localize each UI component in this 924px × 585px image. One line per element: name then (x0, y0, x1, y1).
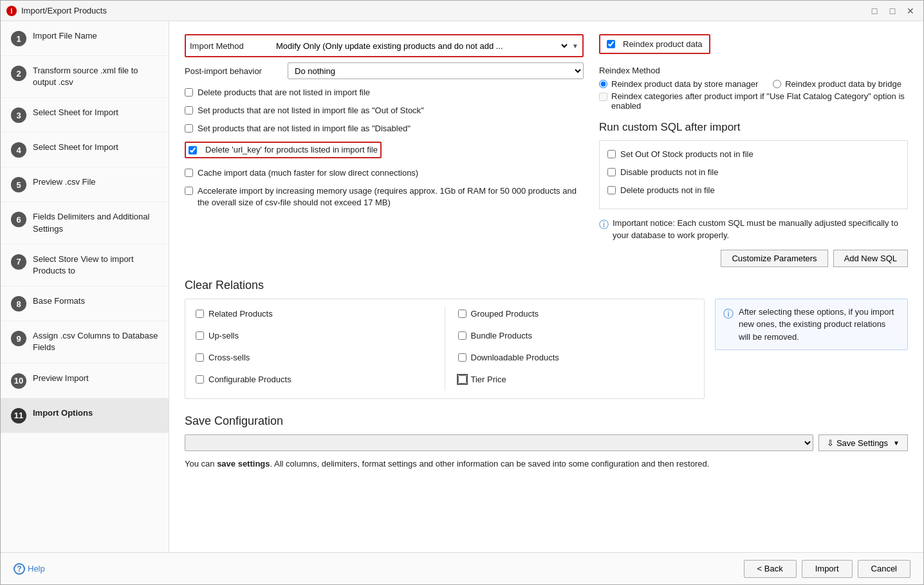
sidebar-item-6[interactable]: 6 Fields Delimiters and Additional Setti… (1, 202, 169, 244)
delete-url-key-label: Delete 'url_key' for products listed in … (205, 144, 378, 156)
delete-url-key-row: Delete 'url_key' for products listed in … (185, 140, 584, 160)
cache-import-label: Cache import data (much faster for slow … (198, 167, 418, 179)
save-settings-dropdown-icon: ▼ (893, 440, 900, 447)
configurable-products-row: Configurable Products (196, 373, 432, 387)
help-link[interactable]: Help (28, 564, 45, 573)
clear-relations-title: Clear Relations (185, 279, 908, 292)
downloadable-products-row: Downloadable Products (458, 351, 694, 365)
sidebar-label-9: Assign .csv Columns to Database Fields (33, 330, 158, 353)
reindex-method-label: Reindex Method (599, 66, 908, 75)
sql-btn-row: Customize Parameters Add New SQL (599, 250, 908, 267)
set-disabled-row: Set products that are not listed in impo… (185, 122, 584, 136)
sql-out-of-stock-checkbox[interactable] (607, 150, 616, 158)
step-num-2: 2 (11, 66, 26, 81)
cache-import-checkbox[interactable] (185, 169, 193, 177)
save-notice-rest: . All columns, delimiters, format settin… (270, 459, 710, 469)
import-method-label: Import Method (190, 41, 273, 51)
configurable-products-checkbox[interactable] (196, 375, 204, 384)
accelerate-import-label: Accelerate import by increasing memory u… (198, 185, 584, 209)
cross-sells-checkbox[interactable] (196, 353, 204, 362)
checkboxes-group2: Cache import data (much faster for slow … (185, 166, 584, 210)
sidebar-item-1[interactable]: 1 Import File Name (1, 21, 169, 56)
import-method-select[interactable]: Modify Only (Only update existing produc… (273, 38, 569, 53)
sidebar-item-9[interactable]: 9 Assign .csv Columns to Database Fields (1, 321, 169, 363)
sidebar-item-2[interactable]: 2 Transform source .xml file to output .… (1, 56, 169, 98)
app-window: I Import/Export Products □ □ ✕ 1 Import … (0, 0, 924, 585)
delete-not-listed-row: Delete products that are not listed in i… (185, 86, 584, 100)
sql-disable-row: Disable products not in file (607, 165, 900, 180)
step-num-7: 7 (11, 254, 26, 270)
sidebar-item-4[interactable]: 4 Select Sheet for Import (1, 133, 169, 167)
clear-relations-col1: Related Products Up-sells Cross-sells (196, 307, 432, 391)
sql-delete-checkbox[interactable] (607, 186, 616, 194)
sidebar-item-5[interactable]: 5 Preview .csv File (1, 167, 169, 202)
checkboxes-group1: Delete products that are not listed in i… (185, 86, 584, 160)
step-num-6: 6 (11, 212, 26, 227)
flat-catalog-row: Reindex categories after product import … (599, 91, 908, 111)
tier-price-label: Tier Price (471, 374, 506, 385)
sidebar-label-10: Preview Import (33, 373, 89, 384)
notice-icon: ⓘ (599, 218, 609, 232)
step-num-5: 5 (11, 177, 26, 192)
close-button[interactable]: ✕ (903, 3, 918, 19)
set-out-of-stock-checkbox[interactable] (185, 106, 193, 115)
step-num-8: 8 (11, 296, 26, 311)
tier-price-checkbox[interactable] (458, 375, 467, 384)
save-configuration-title: Save Configuration (185, 414, 908, 428)
delete-url-key-checkbox[interactable] (189, 146, 197, 154)
sidebar-label-2: Transform source .xml file to output .cs… (33, 65, 158, 88)
reindex-by-bridge-radio[interactable] (773, 80, 781, 88)
sidebar-item-10[interactable]: 10 Preview Import (1, 364, 169, 398)
post-import-select[interactable]: Do nothing Reindex Clear Cache (288, 62, 584, 79)
save-config-select[interactable] (185, 434, 813, 451)
sidebar-item-8[interactable]: 8 Base Formats (1, 286, 169, 321)
clear-relations-row: Related Products Up-sells Cross-sells (185, 299, 908, 400)
back-button[interactable]: < Back (744, 560, 797, 578)
cross-sells-row: Cross-sells (196, 351, 432, 365)
set-disabled-checkbox[interactable] (185, 124, 193, 133)
save-settings-button[interactable]: ⇩ Save Settings ▼ (818, 434, 908, 451)
grouped-products-checkbox[interactable] (458, 310, 467, 318)
save-notice-bold: save settings (217, 459, 270, 469)
window-controls: □ □ ✕ (867, 3, 918, 19)
save-notice: You can save settings. All columns, deli… (185, 458, 908, 470)
flat-catalog-checkbox[interactable] (599, 93, 607, 101)
sidebar-item-11[interactable]: 11 Import Options (1, 398, 169, 433)
maximize-button[interactable]: □ (885, 3, 900, 19)
sql-delete-label: Delete products not in file (620, 185, 715, 196)
help-circle-icon: ? (14, 563, 25, 575)
reindex-checkbox[interactable] (607, 40, 615, 48)
bundle-products-checkbox[interactable] (458, 331, 467, 340)
reindex-by-store-radio[interactable] (599, 80, 607, 88)
accelerate-import-checkbox[interactable] (185, 187, 193, 195)
cancel-button[interactable]: Cancel (858, 560, 910, 578)
import-button[interactable]: Import (802, 560, 853, 578)
post-import-control: Do nothing Reindex Clear Cache (288, 62, 584, 79)
sql-out-of-stock-label: Set Out Of Stock products not in file (620, 149, 753, 160)
set-out-of-stock-label: Set products that are not listed in impo… (198, 105, 424, 116)
sidebar-item-7[interactable]: 7 Select Store View to import Products t… (1, 245, 169, 286)
bundle-products-label: Bundle Products (471, 330, 532, 342)
bundle-products-row: Bundle Products (458, 329, 694, 343)
sidebar-label-5: Preview .csv File (33, 176, 96, 188)
sql-disable-checkbox[interactable] (607, 168, 616, 176)
clear-relations-box: Related Products Up-sells Cross-sells (185, 299, 705, 400)
step-num-10: 10 (11, 373, 26, 389)
content-area: Import Method Modify Only (Only update e… (169, 21, 923, 552)
step-num-4: 4 (11, 142, 26, 158)
save-configuration-section: Save Configuration ⇩ Save Settings ▼ You… (185, 414, 908, 470)
add-new-sql-button[interactable]: Add New SQL (833, 250, 908, 267)
related-products-checkbox[interactable] (196, 310, 204, 318)
sidebar-item-3[interactable]: 3 Select Sheet for Import (1, 98, 169, 133)
flat-catalog-label: Reindex categories after product import … (611, 91, 908, 111)
sidebar: 1 Import File Name 2 Transform source .x… (1, 21, 169, 552)
up-sells-checkbox[interactable] (196, 331, 204, 340)
delete-not-listed-checkbox[interactable] (185, 88, 193, 97)
title-bar: I Import/Export Products □ □ ✕ (1, 1, 923, 21)
downloadable-products-checkbox[interactable] (458, 353, 467, 362)
set-disabled-label: Set products that are not listed in impo… (198, 123, 411, 135)
minimize-button[interactable]: □ (867, 3, 882, 19)
sidebar-label-7: Select Store View to import Products to (33, 254, 158, 277)
customize-parameters-button[interactable]: Customize Parameters (721, 250, 827, 267)
svg-text:I: I (11, 8, 13, 15)
